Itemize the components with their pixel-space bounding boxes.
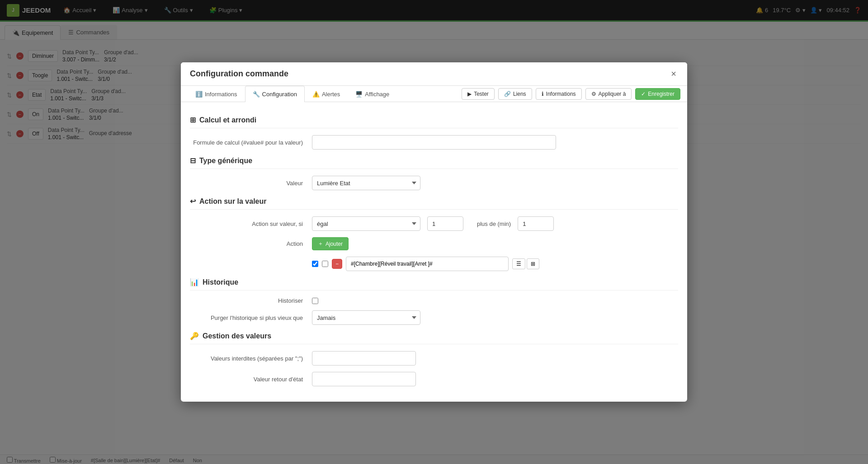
table-icon: ⊞ — [190, 116, 196, 124]
enregistrer-button[interactable]: ✓ Enregistrer — [635, 88, 680, 100]
section-gestion-title: Gestion des valeurs — [203, 332, 271, 340]
valeur-retour-row: Valeur retour d'état — [190, 372, 678, 386]
valeur-label: Valeur — [190, 180, 307, 187]
modal-dialog: Configuration commande × ℹ️ Informations… — [181, 62, 687, 402]
historiser-checkbox[interactable] — [312, 298, 318, 304]
appliquer-button[interactable]: ⚙ Appliquer à — [585, 88, 632, 100]
tab-affichage-label: Affichage — [365, 91, 389, 98]
ajouter-button[interactable]: ＋ Ajouter — [312, 237, 349, 250]
section-historique-header: 📊 Historique — [190, 278, 678, 291]
section-type-title: Type générique — [199, 157, 252, 165]
plus-de-min-input[interactable] — [518, 216, 554, 231]
tab-alertes-label: Alertes — [322, 91, 340, 98]
modal-tab-actions: ▶ Tester 🔗 Liens ℹ Informations ⚙ Appliq… — [462, 88, 680, 100]
action-condition-select[interactable]: égal différent supérieur inférieur — [312, 216, 420, 231]
modal-overlay: Configuration commande × ℹ️ Informations… — [0, 0, 868, 464]
display-icon-tab: 🖥️ — [355, 91, 363, 98]
tab-affichage[interactable]: 🖥️ Affichage — [348, 86, 397, 102]
info-icon-tab: ℹ️ — [195, 91, 203, 98]
tester-label: Tester — [474, 91, 489, 97]
check-icon: ✓ — [641, 91, 646, 97]
enregistrer-label: Enregistrer — [648, 91, 675, 97]
tab-configuration[interactable]: 🔧 Configuration — [245, 86, 305, 102]
action-icon: ↩ — [190, 197, 196, 206]
action-condition-row: Action sur valeur, si égal différent sup… — [190, 216, 678, 231]
type-icon: ⊟ — [190, 156, 196, 165]
historiser-label: Historiser — [190, 297, 307, 304]
liens-label: Liens — [513, 91, 526, 97]
action-item-text-input[interactable] — [346, 257, 509, 271]
informations-label: Informations — [546, 91, 576, 97]
valeurs-interdites-input[interactable] — [312, 351, 416, 366]
section-calcul-title: Calcul et arrondi — [199, 116, 256, 124]
liens-button[interactable]: 🔗 Liens — [498, 88, 532, 100]
tab-configuration-label: Configuration — [262, 91, 297, 98]
tab-alertes[interactable]: ⚠️ Alertes — [305, 86, 348, 102]
section-gestion-header: 🔑 Gestion des valeurs — [190, 332, 678, 344]
tab-informations-label: Informations — [205, 91, 237, 98]
action-item-checkbox-2[interactable] — [322, 261, 328, 267]
appliquer-label: Appliquer à — [599, 91, 626, 97]
informations-button[interactable]: ℹ Informations — [536, 88, 582, 100]
valeur-retour-input[interactable] — [312, 372, 416, 386]
action-item-checkbox-1[interactable] — [312, 261, 318, 267]
section-type-header: ⊟ Type générique — [190, 156, 678, 169]
action-grid-btn[interactable]: ⊞ — [527, 258, 539, 269]
config-icon-tab: 🔧 — [253, 91, 260, 98]
section-calcul-header: ⊞ Calcul et arrondi — [190, 116, 678, 128]
formule-input[interactable] — [312, 135, 556, 150]
action-value-input[interactable] — [427, 216, 463, 231]
action-btn-group: ☰ ⊞ — [512, 258, 539, 269]
purger-select[interactable]: Jamais 1 jour 7 jours 30 jours 1 an — [312, 310, 420, 325]
modal-tab-list: ℹ️ Informations 🔧 Configuration ⚠️ Alert… — [188, 86, 397, 102]
section-historique-title: Historique — [203, 278, 238, 286]
key-icon: 🔑 — [190, 332, 199, 340]
formule-row: Formule de calcul (#value# pour la valeu… — [190, 135, 678, 150]
valeur-retour-label: Valeur retour d'état — [190, 376, 307, 383]
plus-de-min-label: plus de (min) — [477, 220, 511, 227]
historiser-row: Historiser — [190, 297, 678, 304]
link-icon: 🔗 — [504, 91, 511, 97]
action-label: Action — [190, 240, 307, 247]
alert-icon-tab: ⚠️ — [312, 91, 320, 98]
valeurs-interdites-label: Valeurs interdites (séparées par ";") — [190, 355, 307, 362]
action-condition-label: Action sur valeur, si — [190, 220, 307, 227]
formule-label: Formule de calcul (#value# pour la valeu… — [190, 139, 307, 146]
purger-row: Purger l'historique si plus vieux que Ja… — [190, 310, 678, 325]
modal-body: ⊞ Calcul et arrondi Formule de calcul (#… — [181, 102, 687, 402]
section-action-header: ↩ Action sur la valeur — [190, 197, 678, 210]
valeur-row: Valeur Lumière Etat Option 2 — [190, 176, 678, 190]
modal-header: Configuration commande × — [181, 62, 687, 86]
action-list-btn[interactable]: ☰ — [512, 258, 525, 269]
modal-close-button[interactable]: × — [669, 69, 678, 79]
plus-icon: ＋ — [318, 240, 323, 248]
tester-button[interactable]: ▶ Tester — [462, 88, 495, 100]
tab-informations[interactable]: ℹ️ Informations — [188, 86, 245, 102]
info-icon-btn: ℹ — [542, 91, 544, 97]
action-item-delete-button[interactable]: − — [332, 259, 342, 269]
section-action-title: Action sur la valeur — [199, 197, 267, 206]
gear-icon-btn: ⚙ — [591, 91, 596, 97]
play-icon: ▶ — [467, 91, 472, 97]
valeur-select[interactable]: Lumière Etat Option 2 — [312, 176, 420, 190]
modal-title: Configuration commande — [190, 69, 288, 79]
action-ajouter-row: Action ＋ Ajouter — [190, 237, 678, 250]
minus-icon-btn: − — [335, 261, 339, 267]
modal-tab-bar: ℹ️ Informations 🔧 Configuration ⚠️ Alert… — [181, 86, 687, 102]
valeurs-interdites-row: Valeurs interdites (séparées par ";") — [190, 351, 678, 366]
action-item-row: − ☰ ⊞ — [312, 257, 678, 271]
chart-icon-section: 📊 — [190, 278, 199, 286]
ajouter-label: Ajouter — [326, 241, 343, 247]
purger-label: Purger l'historique si plus vieux que — [190, 314, 307, 321]
